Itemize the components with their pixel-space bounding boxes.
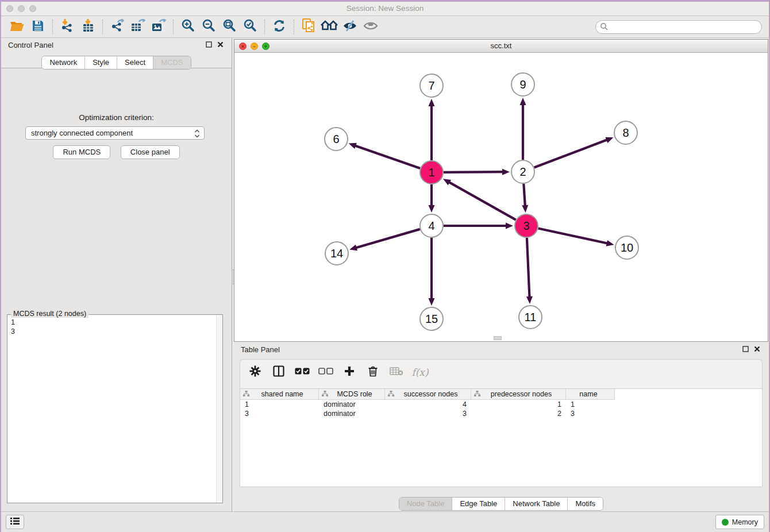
- open-folder-icon: [10, 20, 25, 34]
- tab-mcds[interactable]: MCDS: [153, 56, 190, 69]
- memory-button[interactable]: Memory: [715, 515, 764, 529]
- export-image-icon: [151, 19, 166, 34]
- graph-edge-3-1[interactable]: [449, 182, 516, 220]
- network-file-icon: [302, 18, 315, 35]
- graph-node-3[interactable]: 3: [514, 214, 538, 238]
- graph-node-7[interactable]: 7: [419, 74, 444, 98]
- unchecked-boxes-icon: [318, 368, 333, 376]
- cell-mcds-role[interactable]: dominator: [319, 400, 385, 409]
- graph-edge-1-6[interactable]: [355, 145, 420, 168]
- deselect-all-button[interactable]: [318, 364, 334, 380]
- tab-motifs[interactable]: Motifs: [568, 498, 603, 510]
- graph-edge-1-2[interactable]: [444, 172, 503, 172]
- delete-table-button[interactable]: [388, 364, 405, 380]
- main-content: Control Panel Network Style Select MCDS …: [1, 38, 769, 511]
- result-scrollbar[interactable]: [216, 315, 222, 503]
- graph-edge-arrowhead: [520, 98, 526, 105]
- zoom-selected-button[interactable]: [240, 18, 260, 36]
- column-header-name[interactable]: name: [566, 389, 615, 400]
- zoom-fit-icon: [222, 19, 236, 34]
- graph-edge-2-3[interactable]: [523, 184, 525, 206]
- cell-name[interactable]: 3: [566, 409, 615, 418]
- cell-successor-nodes[interactable]: 3: [385, 409, 471, 418]
- column-header-mcds-role[interactable]: MCDS role: [319, 389, 385, 400]
- close-panel-icon[interactable]: [217, 41, 224, 49]
- cell-shared-name[interactable]: 3: [240, 409, 319, 418]
- show-panels-button[interactable]: [360, 18, 381, 36]
- graph-edge-arrowhead: [349, 245, 357, 251]
- network-from-file-button[interactable]: [298, 18, 319, 36]
- table-row[interactable]: 1 dominator 4 1 1: [240, 400, 762, 409]
- column-header-successor-nodes[interactable]: successor nodes: [385, 389, 471, 400]
- list-icon: [10, 517, 20, 527]
- cell-successor-nodes[interactable]: 4: [385, 400, 471, 409]
- tab-style[interactable]: Style: [85, 56, 117, 69]
- mcds-result-text[interactable]: 1 3: [11, 318, 15, 336]
- criterion-select[interactable]: strongly connected component: [25, 126, 205, 140]
- tab-node-table[interactable]: Node Table: [399, 498, 453, 510]
- graph-node-1[interactable]: 1: [419, 160, 444, 184]
- graph-edge-2-8[interactable]: [534, 140, 608, 167]
- zoom-out-button[interactable]: [198, 18, 219, 36]
- import-network-button[interactable]: [57, 18, 78, 36]
- graph-node-6[interactable]: 6: [324, 127, 348, 151]
- gear-icon: [249, 365, 261, 379]
- open-session-button[interactable]: [7, 18, 28, 36]
- column-header-predecessor-nodes[interactable]: predecessor nodes: [471, 389, 566, 400]
- graph-node-10[interactable]: 10: [615, 236, 639, 260]
- add-row-button[interactable]: [341, 364, 357, 380]
- graph-node-2[interactable]: 2: [511, 160, 535, 184]
- tab-network-table[interactable]: Network Table: [505, 498, 568, 510]
- cell-mcds-role[interactable]: dominator: [319, 409, 385, 418]
- close-panel-icon[interactable]: [754, 345, 760, 354]
- run-mcds-button[interactable]: Run MCDS: [53, 145, 110, 159]
- tab-network[interactable]: Network: [42, 56, 85, 69]
- task-history-button[interactable]: [6, 515, 24, 529]
- zoom-in-icon: [181, 19, 195, 34]
- memory-status-icon: [722, 519, 729, 526]
- column-header-shared-name[interactable]: shared name: [240, 389, 319, 400]
- delete-row-button[interactable]: [365, 364, 381, 380]
- network-window-titlebar[interactable]: × − + scc.txt: [234, 40, 768, 53]
- close-panel-button[interactable]: Close panel: [121, 145, 180, 159]
- graph-edge-3-11[interactable]: [527, 238, 530, 298]
- graph-node-8[interactable]: 8: [614, 121, 638, 145]
- import-table-button[interactable]: [78, 18, 98, 36]
- table-row[interactable]: 3 dominator 3 2 3: [240, 409, 762, 418]
- toolbar-separator: [294, 20, 294, 34]
- export-table-button[interactable]: [128, 18, 148, 36]
- network-hscroll-thumb[interactable]: [494, 336, 502, 340]
- cell-shared-name[interactable]: 1: [240, 400, 319, 409]
- graph-node-11[interactable]: 11: [518, 305, 542, 329]
- graph-edges-layer: [234, 53, 768, 341]
- refresh-button[interactable]: [269, 18, 290, 36]
- save-session-button[interactable]: [28, 18, 48, 36]
- node-table: shared name MCDS role successor nodes pr…: [240, 388, 762, 487]
- function-builder-button[interactable]: f(x): [412, 364, 428, 380]
- graph-edge-4-14[interactable]: [356, 229, 420, 248]
- export-image-button[interactable]: [148, 18, 169, 36]
- network-canvas[interactable]: 7968124314101511: [234, 53, 768, 341]
- zoom-in-button[interactable]: [178, 18, 198, 36]
- float-panel-icon[interactable]: [206, 41, 212, 49]
- cell-predecessor-nodes[interactable]: 1: [471, 400, 566, 409]
- cell-name[interactable]: 1: [566, 400, 615, 409]
- hide-panels-button[interactable]: [340, 18, 360, 36]
- graph-node-9[interactable]: 9: [511, 72, 535, 97]
- tab-select[interactable]: Select: [117, 56, 153, 69]
- tab-edge-table[interactable]: Edge Table: [452, 498, 505, 510]
- graph-node-4[interactable]: 4: [419, 214, 444, 238]
- export-network-button[interactable]: [107, 18, 128, 36]
- float-panel-icon[interactable]: [742, 345, 749, 354]
- graph-edge-3-10[interactable]: [538, 228, 608, 243]
- graph-node-15[interactable]: 15: [419, 307, 444, 331]
- graph-node-14[interactable]: 14: [325, 241, 349, 265]
- zoom-fit-button[interactable]: [219, 18, 240, 36]
- split-columns-button[interactable]: [271, 364, 287, 380]
- table-settings-button[interactable]: [247, 364, 263, 380]
- home-button[interactable]: [319, 18, 340, 36]
- search-input[interactable]: [610, 21, 761, 33]
- cell-predecessor-nodes[interactable]: 2: [471, 409, 566, 418]
- select-all-button[interactable]: [294, 364, 310, 380]
- table-panel-header: Table Panel: [234, 342, 768, 356]
